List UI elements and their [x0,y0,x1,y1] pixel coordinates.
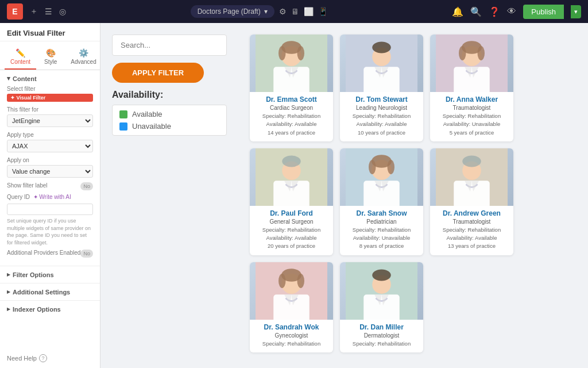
settings-icon[interactable]: ⚙ [279,7,287,16]
doctor-info: Dr. Anna Walker Traumatologist Specialty… [430,92,513,141]
need-help[interactable]: Need Help ? [0,348,100,368]
doctor-specialty: Specialty: Rehabilitation [345,112,419,120]
doctor-availability: Availability: Available [254,234,328,242]
apply-type-select[interactable]: AJAX [7,140,93,152]
doctor-avatar [340,148,423,206]
available-option[interactable]: Available [119,110,219,118]
doctor-availability: Availability: Unavailable [435,120,509,128]
apply-filter-button[interactable]: APPLY FILTER [112,63,204,83]
svg-rect-7 [363,67,400,92]
doctor-card[interactable]: Dr. Paul Ford General Surgeon Specialty:… [250,148,333,255]
svg-point-4 [278,46,286,60]
svg-point-34 [278,274,286,288]
availability-title: Availability: [112,90,233,100]
svg-point-14 [459,46,466,60]
eye-icon[interactable]: 👁 [507,6,516,17]
doctor-avatar [340,34,423,92]
doctor-name: Dr. Tom Stewart [345,95,419,103]
doctor-specialty: Specialty: Rehabilitation [254,340,328,348]
svg-point-24 [369,160,376,174]
query-id-input[interactable] [7,204,93,215]
unavailable-dot [119,122,127,131]
content-area: APPLY FILTER Availability: Available Una… [100,23,588,368]
show-filter-label-toggle[interactable]: No [80,182,93,190]
doctor-avatar [430,34,513,92]
elementor-logo[interactable]: E [7,3,23,20]
hamburger-icon[interactable]: ☰ [45,7,52,16]
svg-point-39 [372,269,391,281]
doctor-info: Dr. Tom Stewart Leading Neurologist Spec… [340,92,423,141]
doctor-title: Cardiac Surgeon [254,105,328,111]
available-dot [119,110,127,118]
doctor-name: Dr. Sarah Snow [345,209,419,217]
doctor-card[interactable]: Dr. Emma Scott Cardiac Surgeon Specialty… [250,34,333,141]
doctor-specialty: Specialty: Rehabilitation [345,226,419,234]
top-bar-center: Doctors Page (Draft) ▾ ⚙ 🖥 ⬜ 📱 [191,5,328,18]
svg-point-19 [282,155,301,167]
tablet-icon[interactable]: ⬜ [304,7,314,16]
doctors-grid: Dr. Emma Scott Cardiac Surgeon Specialty… [250,34,513,352]
indexer-options-section[interactable]: ▸ Indexer Options [0,300,100,317]
publish-button[interactable]: Publish [523,5,564,19]
apply-on-select[interactable]: Value change [7,165,93,178]
doctor-title: Traumatologist [435,218,509,225]
query-id-label: Query ID ✦ Write with AI [7,194,93,200]
doctor-info: Dr. Dan Miller Dermatologist Specialty: … [340,320,423,352]
doctor-experience: 13 years of practice [435,242,509,250]
help-icon[interactable]: ❓ [489,6,500,17]
doctor-card[interactable]: Dr. Tom Stewart Leading Neurologist Spec… [340,34,423,141]
doctor-specialty: Specialty: Rehabilitation [435,112,509,120]
filter-options-section[interactable]: ▸ Filter Options [0,266,100,283]
additional-settings-label: Additional Settings [13,289,70,296]
page-title: Doctors Page (Draft) [198,7,261,16]
doctor-experience: 14 years of practice [254,129,328,137]
apply-type-label: Apply type [7,132,93,138]
panel-header: Edit Visual Filter [0,23,100,41]
additional-providers-toggle[interactable]: No [80,250,93,258]
apply-on-row: Apply on Value change [7,157,93,178]
doctor-card[interactable]: Dr. Anna Walker Traumatologist Specialty… [430,34,513,141]
bell-icon[interactable]: 🔔 [452,6,463,17]
style-tab-icon: 🎨 [46,48,56,57]
doctor-card[interactable]: Dr. Dan Miller Dermatologist Specialty: … [340,262,423,352]
additional-providers-label: Additional Providers Enabled [7,250,80,256]
circle-icon[interactable]: ◎ [59,7,66,16]
available-label: Available [132,110,163,118]
show-filter-label: Show filter label [7,182,48,189]
svg-point-35 [297,274,305,288]
search-icon[interactable]: 🔍 [470,6,482,17]
tab-style-label: Style [44,59,57,65]
publish-dropdown-button[interactable]: ▾ [571,5,581,18]
doctor-title: Dermatologist [345,332,419,339]
doctor-card[interactable]: Dr. Sandrah Wok Gynecologist Specialty: … [250,262,333,352]
add-icon[interactable]: ＋ [30,6,38,17]
doctor-title: Leading Neurologist [345,105,419,111]
unavailable-option[interactable]: Unavailable [119,122,219,131]
tab-advanced[interactable]: ⚙️ Advanced [65,45,100,70]
svg-rect-37 [363,294,400,320]
mobile-icon[interactable]: 📱 [318,7,328,16]
doctor-avatar [340,262,423,320]
page-title-pill[interactable]: Doctors Page (Draft) ▾ [191,5,274,18]
tab-style[interactable]: 🎨 Style [38,45,63,70]
doctor-avatar [250,148,333,206]
search-input[interactable] [112,34,227,56]
doctor-name: Dr. Dan Miller [345,323,419,331]
doctor-name: Dr. Emma Scott [254,95,328,103]
write-ai-link[interactable]: ✦ Write with AI [33,194,71,200]
doctor-availability: Availability: Available [345,120,419,128]
this-filter-for-select[interactable]: JetEngine [7,114,93,127]
doctor-specialty: Specialty: Rehabilitation [345,340,419,348]
doctor-card[interactable]: Dr. Andrew Green Traumatologist Specialt… [430,148,513,255]
tab-content[interactable]: ✏️ Content [5,45,36,70]
doctor-experience: 5 years of practice [435,129,509,137]
query-id-row: Query ID ✦ Write with AI [7,194,93,215]
svg-point-15 [478,46,485,60]
doctor-card[interactable]: Dr. Sarah Snow Pediatrician Specialty: R… [340,148,423,255]
doctor-avatar [250,262,333,320]
visual-filter-badge[interactable]: ✦ Visual Filter [7,94,93,102]
additional-settings-section[interactable]: ▸ Additional Settings [0,283,100,300]
hint-text: Set unique query ID if you use multiple … [7,217,93,246]
desktop-icon[interactable]: 🖥 [291,7,299,16]
doctor-info: Dr. Emma Scott Cardiac Surgeon Specialty… [250,92,333,141]
